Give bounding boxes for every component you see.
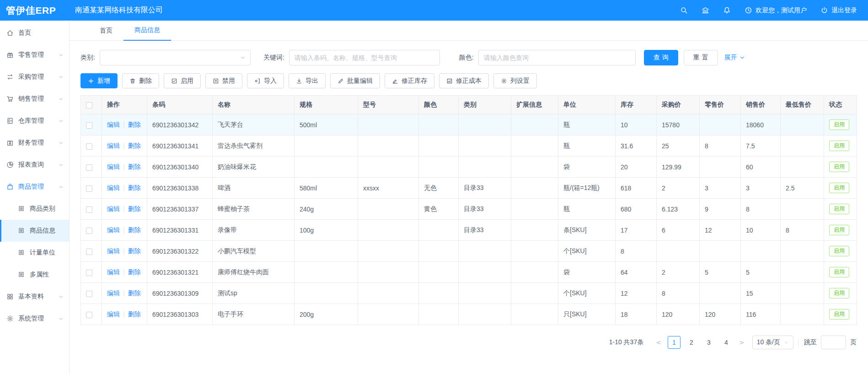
disable-button[interactable]: 禁用 [205, 73, 242, 88]
link-divider: | [123, 205, 125, 212]
delete-link[interactable]: 删除 [128, 163, 141, 170]
sidebar-item-product[interactable]: 商品管理 [0, 176, 69, 198]
edit-link[interactable]: 编辑 [107, 163, 120, 170]
button-label: 列设置 [510, 77, 530, 85]
table-header-row: 操作条码名称规格型号颜色类别扩展信息单位库存采购价零售价销售价最低售价状态 [81, 96, 857, 114]
add-button[interactable]: 新增 [80, 73, 118, 88]
row-checkbox[interactable] [86, 143, 92, 150]
page-button-1[interactable]: 1 [668, 336, 680, 349]
document-list-icon [18, 227, 25, 234]
row-checkbox[interactable] [86, 164, 92, 171]
edit-link[interactable]: 编辑 [107, 310, 120, 318]
sidebar-item-multi-attribute[interactable]: 多属性 [0, 264, 69, 286]
sidebar-item-retail[interactable]: 零售管理 [0, 44, 69, 66]
row-checkbox[interactable] [86, 122, 92, 129]
batch-edit-button[interactable]: 批量编辑 [330, 73, 380, 88]
delete-link[interactable]: 删除 [128, 268, 141, 276]
row-checkbox[interactable] [86, 185, 92, 192]
tab-product-info[interactable]: 商品信息 [123, 21, 171, 41]
edit-link[interactable]: 编辑 [107, 142, 120, 149]
page-size-select[interactable]: 10 条/页 [752, 336, 793, 349]
sidebar-item-product-category[interactable]: 商品类别 [0, 198, 69, 220]
edit-link[interactable]: 编辑 [107, 121, 120, 128]
link-divider: | [123, 163, 125, 170]
cell-spec: 100g [295, 220, 358, 241]
delete-link[interactable]: 删除 [128, 121, 141, 128]
delete-link[interactable]: 删除 [128, 310, 141, 318]
delete-link[interactable]: 删除 [128, 226, 141, 233]
page-button-3[interactable]: 3 [702, 336, 715, 349]
link-divider: | [123, 289, 125, 297]
adjust-stock-button[interactable]: 修正库存 [385, 73, 434, 88]
enable-button[interactable]: 启用 [164, 73, 201, 88]
sidebar-item-measure-unit[interactable]: 计量单位 [0, 242, 69, 264]
search-button[interactable]: 查询 [644, 50, 678, 65]
cell-ext [511, 114, 558, 136]
page-button-2[interactable]: 2 [685, 336, 698, 349]
color-input[interactable] [478, 50, 636, 65]
sidebar-item-purchase[interactable]: 采购管理 [0, 66, 69, 88]
jump-page-input[interactable] [821, 336, 846, 349]
chevron-down-icon [59, 53, 64, 58]
delete-button[interactable]: 删除 [122, 73, 159, 88]
cell-name: 啤酒 [213, 178, 295, 199]
expand-link[interactable]: 展开 [724, 54, 745, 62]
search-icon[interactable] [680, 6, 688, 14]
column-header: 操作 [102, 96, 147, 114]
row-checkbox[interactable] [86, 228, 92, 234]
edit-link[interactable]: 编辑 [107, 247, 120, 255]
sidebar-item-report[interactable]: 报表查询 [0, 154, 69, 176]
reset-button[interactable]: 重置 [684, 50, 718, 65]
select-all-checkbox[interactable] [86, 102, 92, 108]
edit-link[interactable]: 编辑 [107, 205, 120, 212]
sidebar-item-product-info[interactable]: 商品信息 [0, 220, 69, 242]
bank-icon[interactable] [702, 6, 709, 14]
edit-link[interactable]: 编辑 [107, 289, 120, 297]
delete-link[interactable]: 删除 [128, 205, 141, 212]
cell-model [358, 136, 419, 157]
prev-page-button[interactable]: < [652, 339, 665, 346]
table-row: 编辑|删除6901236301338啤酒580mlxxsxx无色目录33瓶/(箱… [81, 178, 857, 199]
column-settings-button[interactable]: 列设置 [493, 73, 537, 88]
sidebar-item-finance[interactable]: 财务管理 [0, 132, 69, 154]
sidebar-item-home[interactable]: 首页 [0, 22, 69, 44]
sidebar-item-label: 报表查询 [18, 161, 59, 169]
row-checkbox[interactable] [86, 312, 92, 318]
delete-link[interactable]: 删除 [128, 289, 141, 297]
keyword-input[interactable] [289, 50, 440, 65]
row-checkbox[interactable] [86, 249, 92, 255]
sidebar-item-warehouse[interactable]: 仓库管理 [0, 110, 69, 132]
import-button[interactable]: 导入 [247, 73, 284, 88]
cell-min [781, 114, 824, 136]
category-select[interactable] [100, 50, 251, 65]
cell-unit: 条[SKU] [558, 220, 616, 241]
delete-link[interactable]: 删除 [128, 247, 141, 255]
sidebar-item-system[interactable]: 系统管理 [0, 308, 69, 330]
edit-link[interactable]: 编辑 [107, 226, 120, 233]
tab-home[interactable]: 首页 [89, 21, 123, 41]
sidebar-item-sales[interactable]: 销售管理 [0, 88, 69, 110]
cell-spec [295, 136, 358, 157]
adjust-cost-button[interactable]: 修正成本 [439, 73, 489, 88]
bell-icon[interactable] [723, 6, 731, 14]
keyword-label: 关键词: [263, 54, 284, 62]
logout-button[interactable]: 退出登录 [820, 6, 857, 15]
row-checkbox[interactable] [86, 206, 92, 213]
company-name: 南通某某网络科技有限公司 [75, 5, 163, 15]
row-checkbox[interactable] [86, 270, 92, 276]
delete-link[interactable]: 删除 [128, 184, 141, 191]
cell-spec [295, 262, 358, 283]
export-button[interactable]: 导出 [289, 73, 326, 88]
edit-link[interactable]: 编辑 [107, 184, 120, 191]
clock-icon [745, 6, 752, 14]
row-checkbox[interactable] [86, 291, 92, 297]
next-page-button[interactable]: > [735, 339, 749, 346]
pagination-divider [798, 339, 798, 346]
edit-link[interactable]: 编辑 [107, 268, 120, 276]
delete-link[interactable]: 删除 [128, 142, 141, 149]
welcome-user[interactable]: 欢迎您，测试用户 [745, 6, 807, 15]
chevron-up-icon [59, 184, 64, 190]
sidebar-item-basic-data[interactable]: 基本资料 [0, 286, 69, 308]
filter-bar: 类别: 关键词: 颜色: 查询 重置 展开 [80, 50, 857, 65]
page-button-4[interactable]: 4 [720, 336, 733, 349]
